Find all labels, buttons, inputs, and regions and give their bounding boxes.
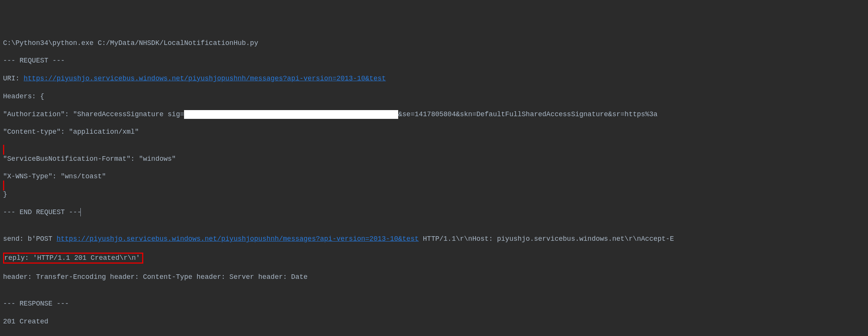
send-suffix: HTTP/1.1\r\nHost: piyushjo.servicebus.wi… [419, 235, 674, 243]
send-line: send: b'POST https://piyushjo.servicebus… [3, 235, 865, 243]
send-prefix: send: b'POST [3, 235, 56, 243]
uri-label: URI: [3, 75, 24, 82]
headers-close: } [3, 190, 865, 199]
end-request-marker: --- END REQUEST --- [3, 208, 865, 217]
auth-prefix: "Authorization": "SharedAccessSignature … [3, 110, 184, 118]
response-marker: --- RESPONSE --- [3, 299, 865, 308]
request-marker: --- REQUEST --- [3, 56, 865, 65]
reply-line: reply: 'HTTP/1.1 201 Created\r\n' [3, 253, 865, 264]
xwns-type-header: "X-WNS-Type": "wns/toast" [3, 172, 865, 181]
command-line: C:\Python34\python.exe C:/MyData/NHSDK/L… [3, 39, 865, 48]
reply-text: reply: 'HTTP/1.1 201 Created\r\n' [4, 254, 140, 262]
auth-redacted: C%2BuukNG6pHHb405Cw92S%2BI7o5u2D-IHSO/H2… [184, 110, 398, 119]
auth-suffix: &se=1417805804&skn=DefaultFullSharedAcce… [398, 110, 658, 118]
uri-line: URI: https://piyushjo.servicebus.windows… [3, 74, 865, 83]
header-summary: header: Transfer-Encoding header: Conten… [3, 273, 865, 282]
uri-link[interactable]: https://piyushjo.servicebus.windows.net/… [24, 75, 386, 82]
send-link[interactable]: https://piyushjo.servicebus.windows.net/… [56, 235, 419, 243]
headers-open: Headers: { [3, 92, 865, 101]
text-cursor [80, 208, 81, 216]
content-type-header: "Content-type": "application/xml" [3, 128, 865, 136]
authorization-header: "Authorization": "SharedAccessSignature … [3, 110, 865, 119]
sbn-format-header: "ServiceBusNotification-Format": "window… [3, 155, 865, 163]
status-line: 201 Created [3, 317, 865, 326]
